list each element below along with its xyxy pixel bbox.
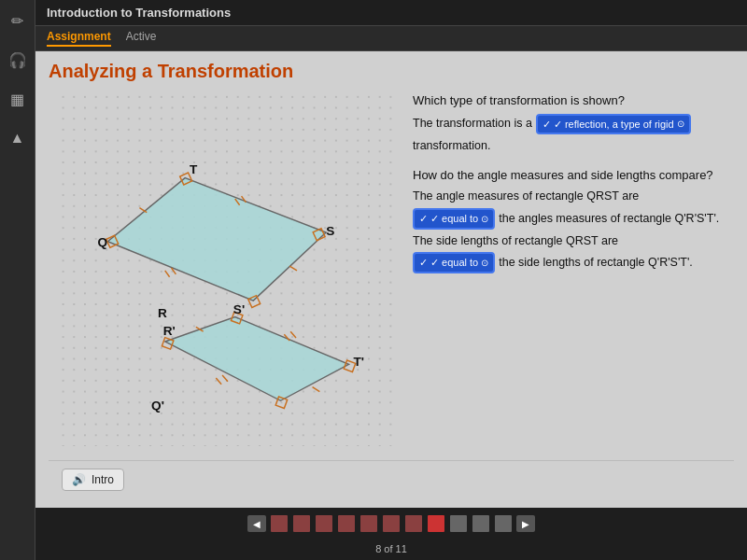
answer-2b-line: The side lengths of rectangle QRST are	[413, 232, 734, 250]
q1-suffix: transformation.	[413, 137, 490, 155]
q1-suffix-line: transformation.	[413, 137, 734, 155]
answer-2b-dropdown-line: ✓ ✓ equal to ⊙ the side lengths of recta…	[413, 252, 734, 273]
nav-wrapper: ◀ ▶ 8 of 11	[35, 508, 747, 560]
label-Qp: Q'	[151, 399, 164, 413]
question-1-block: Which type of transformation is shown? T…	[413, 91, 734, 155]
q1-dropdown[interactable]: ✓ ✓ reflection, a type of rigid ⊙	[536, 114, 691, 135]
label-Q: Q	[98, 235, 108, 249]
tab-bar: Assignment Active	[35, 26, 747, 51]
q2-prefix: The angle measures of rectangle QRST are	[413, 188, 639, 205]
q2-dropdown-2[interactable]: ✓ ✓ equal to ⊙	[413, 252, 495, 273]
question-2-block: How do the angle measures and side lengt…	[413, 166, 734, 273]
nav-square-11[interactable]	[495, 515, 512, 532]
grid-icon[interactable]: ▦	[5, 86, 31, 112]
q2-dropdown-1[interactable]: ✓ ✓ equal to ⊙	[413, 208, 495, 230]
nav-prev-button[interactable]: ◀	[247, 515, 266, 532]
content-area: Analyzing a Transformation	[35, 51, 747, 508]
q2-middle: the angles measures of rectangle Q'R'S'T…	[499, 210, 719, 228]
label-Sp: S'	[233, 302, 245, 316]
questions-area: Which type of transformation is shown? T…	[413, 91, 734, 460]
up-arrow-icon[interactable]: ▲	[5, 125, 31, 151]
nav-square-7[interactable]	[405, 515, 422, 532]
answer-2a-dropdown-line: ✓ ✓ equal to ⊙ the angles measures of re…	[413, 208, 734, 230]
nav-square-5[interactable]	[360, 515, 377, 532]
main-content: Introduction to Transformations Assignme…	[35, 0, 747, 560]
nav-square-8[interactable]	[428, 515, 444, 532]
label-Tp: T'	[353, 355, 364, 369]
top-header: Introduction to Transformations	[35, 0, 747, 26]
nav-bar: ◀ ▶	[240, 508, 543, 539]
label-T: T	[190, 162, 198, 176]
question-2-text: How do the angle measures and side lengt…	[413, 166, 734, 185]
nav-square-1[interactable]	[271, 515, 288, 532]
headphone-icon[interactable]: 🎧	[5, 47, 31, 73]
q1-prefix: The transformation is a	[413, 115, 532, 133]
diagram-area: T Q S R	[49, 91, 403, 460]
q2-prefix2: The side lengths of rectangle QRST are	[413, 232, 618, 250]
answer-1-line: The transformation is a ✓ ✓ reflection, …	[413, 114, 734, 135]
nav-next-button[interactable]: ▶	[516, 515, 535, 532]
sidebar: ✏ 🎧 ▦ ▲	[0, 0, 35, 560]
page-indicator: 8 of 11	[375, 543, 407, 554]
question-1-text: Which type of transformation is shown?	[413, 91, 734, 110]
nav-square-3[interactable]	[316, 515, 332, 532]
label-R: R	[158, 306, 167, 320]
content-body: T Q S R	[49, 91, 734, 460]
transformation-diagram: T Q S R	[49, 91, 403, 446]
tab-active[interactable]: Active	[126, 30, 157, 47]
nav-square-10[interactable]	[472, 515, 489, 532]
bottom-bar: 🔊 Intro	[49, 460, 734, 498]
answer-2a-line: The angle measures of rectangle QRST are	[413, 188, 734, 205]
nav-square-4[interactable]	[338, 515, 355, 532]
tab-assignment[interactable]: Assignment	[47, 30, 111, 47]
intro-button[interactable]: 🔊 Intro	[62, 469, 124, 491]
header-title: Introduction to Transformations	[47, 6, 231, 20]
nav-square-9[interactable]	[450, 515, 467, 532]
label-S: S	[326, 224, 334, 238]
label-Rp: R'	[163, 324, 176, 338]
page-title: Analyzing a Transformation	[49, 61, 734, 82]
nav-square-2[interactable]	[293, 515, 310, 532]
speaker-icon: 🔊	[72, 473, 86, 486]
nav-square-6[interactable]	[383, 515, 400, 532]
q2-end: the side lengths of rectangle Q'R'S'T'.	[499, 254, 693, 272]
edit-icon[interactable]: ✏	[5, 7, 31, 34]
